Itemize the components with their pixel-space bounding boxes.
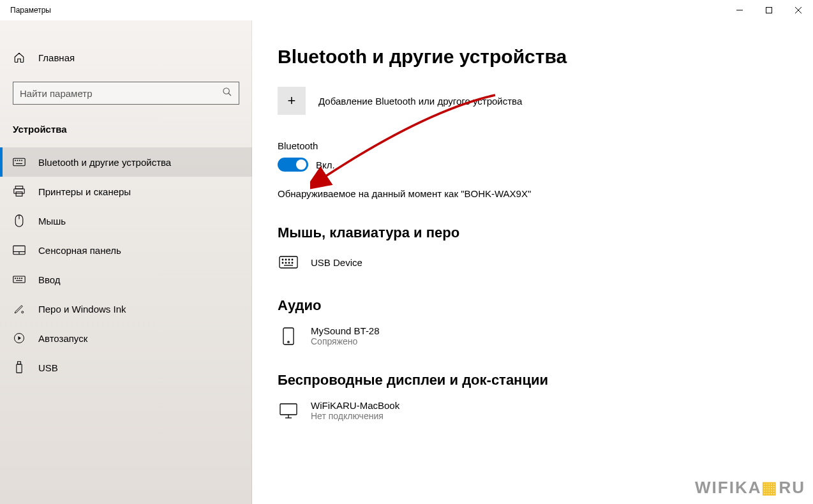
nav-item-bluetooth[interactable]: Bluetooth и другие устройства — [0, 147, 252, 177]
device-status: Сопряжено — [311, 336, 380, 346]
svg-rect-1 — [766, 8, 772, 13]
home-icon — [13, 51, 26, 64]
bluetooth-toggle[interactable] — [278, 158, 308, 172]
svg-point-11 — [22, 160, 22, 161]
nav-item-touchpad[interactable]: Сенсорная панель — [0, 235, 252, 265]
svg-rect-12 — [15, 186, 22, 189]
keyboard-icon — [13, 156, 26, 168]
svg-point-36 — [285, 262, 287, 263]
group-audio-title: Аудио — [278, 297, 787, 314]
group-mouse-title: Мышь, клавиатура и перо — [278, 225, 787, 241]
device-name: MySound BT-28 — [311, 325, 380, 336]
search-input[interactable] — [20, 88, 222, 99]
caption-buttons — [725, 0, 813, 20]
add-device-label: Добавление Bluetooth или другого устройс… — [318, 96, 522, 107]
phone-device-icon — [278, 327, 299, 346]
svg-point-32 — [285, 259, 287, 260]
titlebar: Параметры — [0, 0, 813, 20]
device-name: USB Device — [311, 257, 362, 268]
nav-item-pen[interactable]: Перо и Windows Ink — [0, 294, 252, 323]
device-item-display[interactable]: WiFiKARU-MacBook Нет подключения — [278, 396, 787, 425]
nav-label: Принтеры и сканеры — [38, 186, 131, 197]
svg-rect-29 — [17, 364, 22, 373]
group-displays-title: Беспроводные дисплеи и док-станции — [278, 372, 787, 389]
bluetooth-heading: Bluetooth — [278, 140, 787, 151]
svg-point-8 — [15, 160, 16, 161]
plus-icon: + — [278, 87, 306, 115]
svg-point-26 — [22, 311, 24, 313]
svg-point-34 — [292, 259, 293, 260]
svg-rect-14 — [16, 192, 22, 196]
window-title: Параметры — [10, 6, 51, 15]
svg-rect-13 — [14, 189, 24, 193]
svg-rect-6 — [13, 158, 25, 166]
svg-point-31 — [282, 259, 283, 260]
svg-point-24 — [22, 278, 22, 279]
home-label: Главная — [38, 52, 75, 63]
svg-point-38 — [292, 262, 293, 263]
svg-rect-42 — [280, 404, 297, 415]
content-area: Bluetooth и другие устройства + Добавлен… — [252, 20, 813, 504]
svg-point-10 — [19, 160, 20, 161]
svg-point-21 — [15, 278, 16, 279]
svg-point-23 — [19, 278, 20, 279]
printer-icon — [13, 185, 26, 198]
keyboard-device-icon — [278, 253, 299, 272]
svg-point-35 — [282, 262, 283, 263]
svg-rect-20 — [13, 276, 25, 283]
nav-item-typing[interactable]: Ввод — [0, 265, 252, 294]
autoplay-icon — [13, 332, 26, 345]
nav-item-usb[interactable]: USB — [0, 353, 252, 382]
watermark: WIFIKA▦RU — [695, 478, 805, 498]
mouse-icon — [13, 214, 26, 227]
nav-item-printers[interactable]: Принтеры и сканеры — [0, 177, 252, 206]
nav-label: USB — [38, 362, 58, 373]
nav-label: Ввод — [38, 274, 61, 285]
nav-label: Сенсорная панель — [38, 245, 121, 256]
nav-label: Bluetooth и другие устройства — [38, 157, 171, 168]
toggle-state-label: Вкл. — [316, 159, 335, 170]
pen-icon — [13, 302, 26, 315]
svg-point-41 — [288, 341, 289, 342]
search-icon — [222, 87, 232, 100]
nav-label: Мышь — [38, 216, 66, 226]
nav-label: Автозапуск — [38, 333, 87, 344]
close-button[interactable] — [784, 0, 813, 20]
svg-point-4 — [223, 88, 229, 94]
search-box[interactable] — [13, 82, 239, 105]
section-title: Устройства — [0, 105, 252, 147]
add-device-button[interactable]: + Добавление Bluetooth или другого устро… — [278, 87, 787, 115]
device-item-usb[interactable]: USB Device — [278, 249, 787, 276]
nav-item-mouse[interactable]: Мышь — [0, 206, 252, 235]
touchpad-icon — [13, 244, 26, 256]
minimize-button[interactable] — [725, 0, 754, 20]
svg-rect-28 — [18, 362, 21, 364]
nav-item-autoplay[interactable]: Автозапуск — [0, 323, 252, 353]
typing-icon — [13, 273, 26, 286]
maximize-button[interactable] — [754, 0, 784, 20]
svg-point-37 — [288, 262, 290, 263]
svg-point-9 — [17, 160, 18, 161]
page-title: Bluetooth и другие устройства — [278, 46, 787, 68]
device-name: WiFiKARU-MacBook — [311, 400, 399, 411]
device-item-audio[interactable]: MySound BT-28 Сопряжено — [278, 322, 787, 350]
discoverable-text: Обнаруживаемое на данный момент как "BOH… — [278, 188, 787, 199]
nav-label: Перо и Windows Ink — [38, 304, 126, 315]
sidebar: Главная Устройства Bluetooth и другие ус… — [0, 20, 252, 504]
svg-point-22 — [17, 278, 18, 279]
home-link[interactable]: Главная — [0, 46, 252, 69]
svg-line-5 — [228, 93, 231, 96]
usb-icon — [13, 361, 26, 374]
svg-point-33 — [288, 259, 290, 260]
monitor-device-icon — [278, 401, 299, 420]
svg-rect-40 — [283, 328, 294, 345]
device-status: Нет подключения — [311, 411, 399, 421]
